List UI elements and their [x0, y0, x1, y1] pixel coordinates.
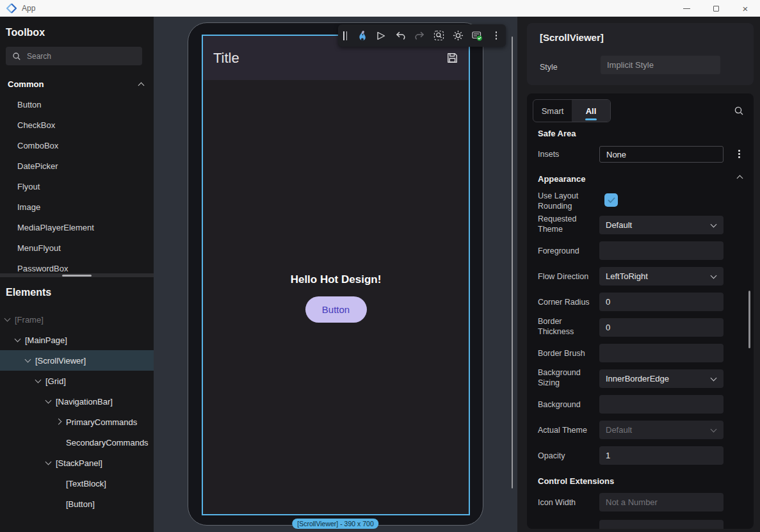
insets-input[interactable]: None [599, 146, 724, 163]
maximize-button[interactable] [701, 0, 731, 17]
collapse-section-icon[interactable] [737, 174, 743, 181]
search-input[interactable] [27, 52, 123, 61]
chevron-down-icon [711, 376, 717, 382]
toolbox-item-menuflyout[interactable]: MenuFlyout [0, 238, 154, 258]
inspector-panel: [ScrollViewer] Style Implicit Style Smar… [517, 17, 760, 532]
corner-radius-label: Corner Radius [538, 297, 597, 307]
icon-width-label: Icon Width [538, 497, 597, 508]
use-layout-rounding-checkbox[interactable] [604, 193, 618, 207]
icon-width-input[interactable]: Not a Number [599, 493, 724, 512]
tree-node-textblock[interactable]: [TextBlock] [0, 473, 154, 494]
toolbox-item-image[interactable]: Image [0, 197, 154, 217]
preview-button[interactable]: Button [305, 296, 367, 323]
background-input[interactable] [599, 395, 724, 414]
flow-direction-select[interactable]: LeftToRight [599, 267, 724, 286]
toolbox-item-flyout[interactable]: Flyout [0, 176, 154, 197]
toolbox-item-button[interactable]: Button [0, 94, 154, 115]
background-sizing-select[interactable]: InnerBorderEdge [599, 369, 724, 388]
chevron-spacer [54, 479, 63, 488]
toolbar-drag-handle[interactable] [338, 24, 352, 47]
chevron-down-icon [711, 222, 717, 228]
chevron-down-icon[interactable] [34, 376, 43, 385]
tree-node-button[interactable]: [Button] [0, 494, 154, 514]
toolbox-item-mediaplayerelement[interactable]: MediaPlayerElement [0, 217, 154, 238]
chevron-down-icon [711, 427, 717, 433]
background-label: Background [538, 399, 597, 410]
chevron-down-icon[interactable] [44, 397, 53, 406]
border-brush-input[interactable] [599, 344, 724, 362]
foreground-label: Foreground [538, 246, 597, 256]
toolbox-item-datepicker[interactable]: DatePicker [0, 156, 154, 176]
toolbox-item-checkbox[interactable]: CheckBox [0, 115, 154, 135]
preview-page-title: Title [213, 50, 239, 67]
design-toolbar [338, 24, 506, 47]
tree-node-mainpage[interactable]: [MainPage] [0, 330, 154, 350]
tree-node-frame[interactable]: [Frame] [0, 309, 154, 330]
chevron-down-icon[interactable] [3, 315, 12, 324]
requested-theme-label: Requested Theme [538, 214, 597, 235]
group-label: Common [8, 79, 44, 89]
border-thickness-input[interactable]: 0 [599, 318, 724, 337]
opacity-input[interactable]: 1 [599, 446, 724, 465]
active-tab-indicator [585, 118, 597, 120]
tree-node-stackpanel[interactable]: [StackPanel] [0, 453, 154, 473]
window-title: App [22, 4, 35, 13]
inspector-scrollbar[interactable] [748, 291, 750, 348]
clipped-input[interactable] [599, 520, 724, 529]
save-icon[interactable] [446, 52, 458, 64]
section-control-extensions: Control Extensions [538, 476, 614, 486]
tree-node-secondarycommands[interactable]: SecondaryCommands [0, 432, 154, 453]
toolbox-group-common[interactable]: Common [0, 74, 154, 93]
canvas-scrollbar[interactable] [512, 36, 513, 488]
preview-hello-text: Hello Hot Design! [203, 273, 469, 286]
check-icon [608, 197, 615, 204]
style-label: Style [540, 63, 558, 72]
chevron-up-icon [139, 81, 145, 87]
foreground-input[interactable] [599, 241, 724, 260]
close-button[interactable]: × [731, 0, 760, 17]
connected-status-icon[interactable] [467, 24, 487, 47]
tree-node-scrollviewer[interactable]: [ScrollViewer] [0, 350, 154, 371]
section-appearance: Appearance [538, 174, 585, 184]
insets-more-icon[interactable] [738, 150, 740, 158]
border-thickness-label: Border Thickness [538, 316, 597, 337]
more-menu-icon[interactable] [487, 24, 506, 47]
elements-header: Elements [6, 287, 51, 298]
properties-search-icon[interactable] [734, 106, 745, 117]
redo-icon[interactable] [410, 24, 429, 47]
app-logo-icon [6, 3, 17, 14]
toolbox-search[interactable] [6, 47, 142, 65]
tree-node-navigationbar[interactable]: [NavigationBar] [0, 391, 154, 412]
requested-theme-select[interactable]: Default [599, 216, 724, 234]
tree-node-grid[interactable]: [Grid] [0, 371, 154, 391]
minimize-button[interactable] [672, 0, 701, 17]
undo-icon[interactable] [391, 24, 410, 47]
toolbox-item-combobox[interactable]: ComboBox [0, 135, 154, 156]
flow-direction-label: Flow Direction [538, 271, 597, 282]
selection-size-badge: [ScrollViewer] - 390 x 700 [292, 519, 378, 529]
chevron-down-icon[interactable] [44, 458, 53, 467]
search-icon [12, 52, 21, 61]
tab-smart[interactable]: Smart [533, 100, 572, 122]
chevron-down-icon[interactable] [13, 335, 22, 344]
chevron-right-icon[interactable] [54, 417, 63, 426]
insets-label: Insets [538, 149, 597, 159]
tree-node-primarycommands[interactable]: PrimaryCommands [0, 412, 154, 432]
corner-radius-input[interactable]: 0 [599, 293, 724, 311]
actual-theme-select: Default [599, 421, 724, 439]
use-layout-rounding-label: Use Layout Rounding [538, 191, 597, 212]
style-input[interactable]: Implicit Style [601, 56, 720, 74]
panel-splitter[interactable] [0, 273, 154, 277]
chevron-down-icon[interactable] [24, 356, 33, 365]
play-icon[interactable] [371, 24, 391, 47]
toolbox-header: Toolbox [6, 27, 45, 38]
toolbox-panel: Toolbox Common Button CheckBox ComboBox … [0, 17, 154, 532]
chevron-spacer [54, 438, 63, 447]
theme-toggle-icon[interactable] [448, 24, 467, 47]
inspector-properties-card: Smart All Safe Area Insets None Appearan… [527, 93, 754, 529]
inspector-title: [ScrollViewer] [540, 32, 604, 43]
app-preview-surface[interactable]: Title Hello Hot Design! Button [202, 35, 470, 515]
hot-design-flame-icon[interactable] [352, 24, 371, 47]
inspect-element-icon[interactable] [429, 24, 448, 47]
tab-all[interactable]: All [572, 100, 610, 122]
